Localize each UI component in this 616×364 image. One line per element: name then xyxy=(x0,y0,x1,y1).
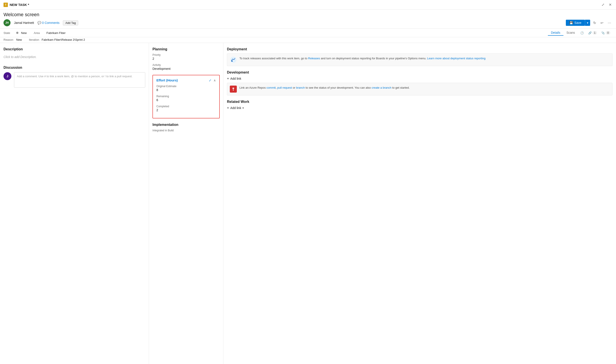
completed-value[interactable]: 2 xyxy=(156,108,216,112)
svg-point-1 xyxy=(231,60,233,62)
add-tag-button[interactable]: Add Tag xyxy=(63,20,78,26)
title-bar-right: ⤢ ✕ xyxy=(601,2,613,8)
header-meta-left: JH Jamal Hartnett 💬 0 Comments Add Tag xyxy=(3,19,78,26)
deployment-title: Deployment xyxy=(227,47,613,51)
discussion-section: Discussion J Add a comment. Use # to lin… xyxy=(3,66,145,88)
attachments-icon: 📎 xyxy=(601,31,605,35)
author-name: Jamal Hartnett xyxy=(14,21,34,25)
chevron-down-icon: ▾ xyxy=(242,107,244,109)
history-icon: 🕐 xyxy=(580,31,584,35)
development-box: Link an Azure Repos commit, pull request… xyxy=(227,83,613,95)
description-title: Description xyxy=(3,47,145,51)
area-field: Area Fabrikam Fiber xyxy=(34,31,66,35)
effort-expand-button[interactable]: ⤢ xyxy=(209,78,211,82)
save-group: 💾 Save ▾ xyxy=(566,20,590,26)
header-meta-right: 💾 Save ▾ ↻ ↩ ⋯ xyxy=(566,20,613,26)
state-value[interactable]: New xyxy=(21,31,27,35)
create-branch-link[interactable]: create a branch xyxy=(372,86,391,89)
implementation-section: Implementation Integrated in Build xyxy=(152,123,220,132)
deployment-box: To track releases associated with this w… xyxy=(227,53,613,66)
commit-link[interactable]: commit xyxy=(267,86,276,89)
deployment-section: Deployment To track releases associated … xyxy=(227,47,613,66)
dev-icon xyxy=(230,86,237,92)
area-label: Area xyxy=(34,31,45,35)
add-link-button[interactable]: + Add link xyxy=(227,77,613,80)
state-label: State xyxy=(3,31,14,35)
related-add-link-button[interactable]: + Add link ▾ xyxy=(227,106,613,110)
planning-title: Planning xyxy=(152,47,220,51)
links-badge: 1 xyxy=(592,31,597,35)
reason-field: Reason New xyxy=(3,38,22,41)
add-link-icon: + xyxy=(227,106,229,110)
reason-label: Reason xyxy=(3,38,14,41)
original-estimate-label: Original Estimate xyxy=(156,85,216,88)
welcome-screen-title: Welcome screen xyxy=(3,12,613,17)
right-panel: Deployment To track releases associated … xyxy=(223,43,616,364)
deployment-description: To track releases associated with this w… xyxy=(240,56,485,63)
more-options-button[interactable]: ⋯ xyxy=(606,20,613,26)
comments-link[interactable]: 💬 0 Comments xyxy=(38,21,59,25)
activity-value[interactable]: Development xyxy=(152,67,220,70)
effort-title: Effort (Hours) ⤢ ∧ xyxy=(156,78,216,82)
effort-collapse-button[interactable]: ∧ xyxy=(214,78,216,82)
tabs-area: Details Scans 🕐 🔗 1 📎 0 xyxy=(548,30,613,36)
original-estimate-field: Original Estimate 8 xyxy=(156,85,216,92)
remaining-label: Remaining xyxy=(156,95,216,98)
links-icon: 🔗 xyxy=(588,31,592,35)
comment-icon: 💬 xyxy=(38,21,41,25)
state-field: State New xyxy=(3,31,27,35)
area-value[interactable]: Fabrikam Fiber xyxy=(46,31,66,35)
activity-label: Activity xyxy=(152,64,220,66)
iteration-value[interactable]: Fabrikam Fiber\Release 2\Sprint 2 xyxy=(42,38,85,41)
state-dot xyxy=(16,32,18,34)
deployment-icon xyxy=(230,56,237,63)
middle-panel: Planning Priority 2 Activity Development… xyxy=(149,43,223,364)
close-button[interactable]: ✕ xyxy=(608,2,613,8)
title-bar: T NEW TASK * ⤢ ✕ xyxy=(0,0,616,10)
save-button[interactable]: 💾 Save xyxy=(566,20,585,26)
history-button[interactable]: 🕐 xyxy=(578,30,586,36)
priority-label: Priority xyxy=(152,53,220,56)
save-icon: 💾 xyxy=(569,21,573,25)
links-button[interactable]: 🔗 1 xyxy=(586,30,599,36)
development-section: Development + Add link Link an Azure Rep… xyxy=(227,70,613,95)
add-icon: + xyxy=(227,77,229,80)
implementation-title: Implementation xyxy=(152,123,220,127)
development-title: Development xyxy=(227,70,613,74)
original-estimate-value[interactable]: 8 xyxy=(156,88,216,92)
iteration-label: Iteration xyxy=(29,38,40,41)
avatar: JH xyxy=(3,19,11,26)
refresh-button[interactable]: ↻ xyxy=(592,20,597,26)
priority-value[interactable]: 2 xyxy=(152,57,220,60)
tab-details[interactable]: Details xyxy=(548,30,563,36)
remaining-field: Remaining 6 xyxy=(156,95,216,102)
undo-button[interactable]: ↩ xyxy=(599,20,605,26)
attachments-button[interactable]: 📎 0 xyxy=(599,30,613,36)
comment-placeholder: Add a comment. Use # to link a work item… xyxy=(17,75,133,78)
left-panel: Description Click to add Description. Di… xyxy=(0,43,149,364)
meta-row: State New Area Fabrikam Fiber Details Sc… xyxy=(0,29,616,37)
related-work-section: Related Work + Add link ▾ xyxy=(227,100,613,110)
reason-value[interactable]: New xyxy=(16,38,22,41)
expand-button[interactable]: ⤢ xyxy=(601,2,605,8)
remaining-value[interactable]: 6 xyxy=(156,98,216,102)
pull-request-link[interactable]: pull request xyxy=(277,86,292,89)
completed-field: Completed 2 xyxy=(156,105,216,112)
branch-link[interactable]: branch xyxy=(296,86,305,89)
comment-input[interactable]: Add a comment. Use # to link a work item… xyxy=(14,72,145,88)
discussion-avatar: J xyxy=(3,72,11,80)
save-dropdown-button[interactable]: ▾ xyxy=(585,20,590,26)
description-placeholder[interactable]: Click to add Description. xyxy=(3,53,145,60)
integrated-in-build-label: Integrated in Build xyxy=(152,129,220,132)
releases-link[interactable]: Releases xyxy=(308,57,320,60)
related-work-title: Related Work xyxy=(227,100,613,104)
discussion-title: Discussion xyxy=(3,66,145,70)
header-area: Welcome screen JH Jamal Hartnett 💬 0 Com… xyxy=(0,10,616,29)
title-bar-left: T NEW TASK * xyxy=(3,3,29,7)
svg-point-3 xyxy=(233,90,234,91)
meta-row-2: Reason New Iteration Fabrikam Fiber\Rele… xyxy=(0,37,616,43)
tab-scans[interactable]: Scans xyxy=(563,30,578,36)
header-meta: JH Jamal Hartnett 💬 0 Comments Add Tag 💾… xyxy=(3,19,613,28)
iteration-field: Iteration Fabrikam Fiber\Release 2\Sprin… xyxy=(29,38,85,41)
learn-more-link[interactable]: Learn more about deployment status repor… xyxy=(427,57,486,60)
